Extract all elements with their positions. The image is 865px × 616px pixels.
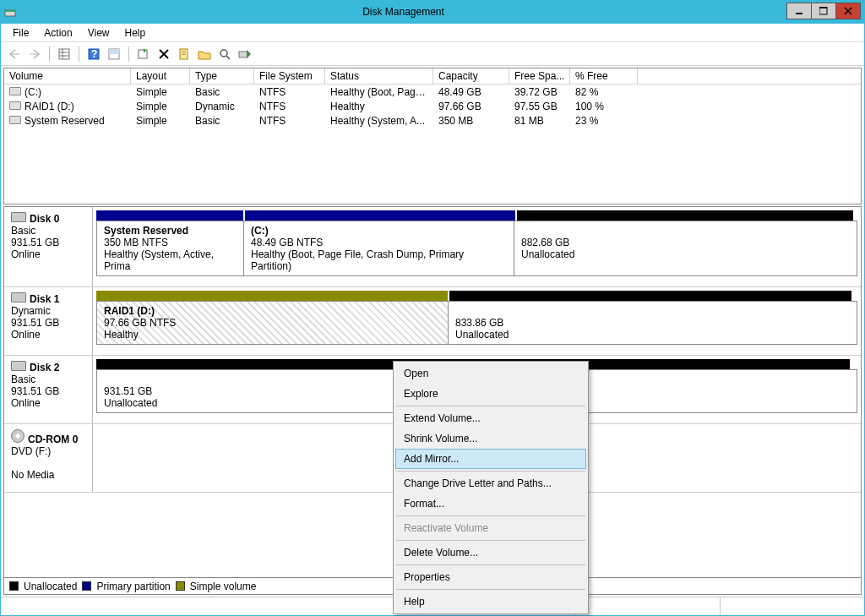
ctx-open[interactable]: Open: [395, 363, 586, 384]
disk-graph: RAID1 (D:)97.66 GB NTFSHealthy 833.86 GB…: [93, 287, 861, 355]
col-capacity[interactable]: Capacity: [433, 68, 509, 84]
svg-rect-25: [239, 52, 248, 57]
col-pct[interactable]: % Free: [570, 68, 638, 84]
disk-label[interactable]: Disk 2 Basic931.51 GBOnline: [4, 356, 93, 423]
properties-icon[interactable]: [176, 46, 193, 63]
legend-swatch-simple: [176, 581, 185, 591]
view-list-icon[interactable]: [56, 46, 73, 63]
svg-point-23: [220, 50, 227, 57]
disk-row: Disk 1 Dynamic931.51 GBOnlineRAID1 (D:)9…: [4, 287, 861, 356]
ctx-extend[interactable]: Extend Volume...: [395, 408, 586, 428]
svg-rect-4: [819, 7, 827, 8]
volume-row[interactable]: RAID1 (D:) SimpleDynamicNTFS Healthy97.6…: [4, 99, 861, 113]
volume-row[interactable]: (C:) SimpleBasicNTFS Healthy (Boot, Page…: [4, 84, 861, 99]
partition[interactable]: RAID1 (D:)97.66 GB NTFSHealthy: [97, 302, 449, 344]
menu-file[interactable]: File: [6, 25, 35, 41]
partition[interactable]: 882.68 GBUnallocated: [514, 221, 851, 275]
disk-label[interactable]: Disk 0 Basic931.51 GBOnline: [4, 207, 93, 286]
partition[interactable]: (C:)48.49 GB NTFSHealthy (Boot, Page Fil…: [244, 221, 514, 275]
disk-row: Disk 0 Basic931.51 GBOnlineSystem Reserv…: [4, 207, 861, 287]
title-bar: Disk Management: [1, 0, 864, 24]
delete-icon[interactable]: [155, 46, 172, 63]
disk-icon: [11, 212, 26, 222]
toggle-icon[interactable]: [106, 46, 122, 63]
cd-icon: [11, 429, 24, 443]
legend-swatch-primary: [82, 581, 91, 591]
toolbar: ?: [1, 42, 864, 66]
disk-graph: System Reserved350 MB NTFSHealthy (Syste…: [93, 207, 861, 286]
forward-button[interactable]: [26, 46, 43, 63]
volume-list: Volume Layout Type File System Status Ca…: [3, 68, 862, 204]
partition[interactable]: System Reserved350 MB NTFSHealthy (Syste…: [97, 221, 244, 275]
back-button[interactable]: [6, 46, 23, 63]
ctx-delete[interactable]: Delete Volume...: [395, 542, 586, 563]
col-free[interactable]: Free Spa...: [509, 68, 570, 84]
help-icon[interactable]: ?: [85, 46, 102, 63]
svg-rect-1: [5, 10, 15, 12]
refresh-icon[interactable]: [135, 46, 152, 63]
ctx-format[interactable]: Format...: [395, 493, 586, 514]
legend-swatch-unalloc: [9, 581, 19, 591]
disk-icon: [11, 292, 26, 303]
volume-icon: [9, 101, 21, 110]
legend-primary: Primary partition: [96, 581, 170, 592]
app-icon: [1, 6, 19, 18]
minimize-button[interactable]: [786, 3, 812, 19]
menu-action[interactable]: Action: [37, 25, 79, 41]
window-title: Disk Management: [19, 6, 787, 18]
col-volume[interactable]: Volume: [4, 68, 131, 84]
col-layout[interactable]: Layout: [131, 68, 190, 84]
context-menu: Open Explore Extend Volume... Shrink Vol…: [393, 361, 589, 614]
svg-rect-16: [109, 49, 119, 54]
volume-row[interactable]: System Reserved SimpleBasicNTFS Healthy …: [4, 113, 861, 128]
ctx-change-drive[interactable]: Change Drive Letter and Paths...: [395, 473, 586, 493]
maximize-button[interactable]: [811, 3, 836, 19]
col-status[interactable]: Status: [325, 68, 433, 84]
col-type[interactable]: Type: [190, 68, 254, 84]
svg-rect-9: [59, 49, 69, 59]
svg-line-24: [226, 56, 230, 59]
action-icon[interactable]: [237, 46, 253, 63]
volume-icon: [9, 116, 21, 124]
menu-view[interactable]: View: [81, 25, 117, 41]
ctx-explore[interactable]: Explore: [395, 384, 586, 404]
svg-text:?: ?: [91, 48, 97, 60]
legend-simple: Simple volume: [190, 581, 257, 592]
disk-label[interactable]: Disk 1 Dynamic931.51 GBOnline: [4, 287, 93, 355]
legend-unallocated: Unallocated: [24, 581, 77, 592]
ctx-help[interactable]: Help: [395, 591, 586, 612]
close-button[interactable]: [835, 3, 861, 19]
menu-help[interactable]: Help: [118, 25, 153, 41]
ctx-add-mirror[interactable]: Add Mirror...: [395, 449, 586, 469]
volume-header: Volume Layout Type File System Status Ca…: [4, 68, 861, 84]
col-fs[interactable]: File System: [254, 68, 325, 84]
ctx-reactivate: Reactivate Volume: [395, 518, 586, 538]
volume-icon: [9, 87, 21, 95]
disk-icon: [11, 361, 26, 371]
ctx-properties[interactable]: Properties: [395, 567, 586, 587]
disk-label[interactable]: CD-ROM 0 DVD (F:)No Media: [4, 424, 93, 492]
search-icon[interactable]: [216, 46, 233, 63]
menu-bar: File Action View Help: [1, 24, 864, 42]
partition[interactable]: 833.86 GBUnallocated: [449, 302, 851, 344]
folder-icon[interactable]: [196, 46, 213, 63]
ctx-shrink[interactable]: Shrink Volume...: [395, 428, 586, 449]
